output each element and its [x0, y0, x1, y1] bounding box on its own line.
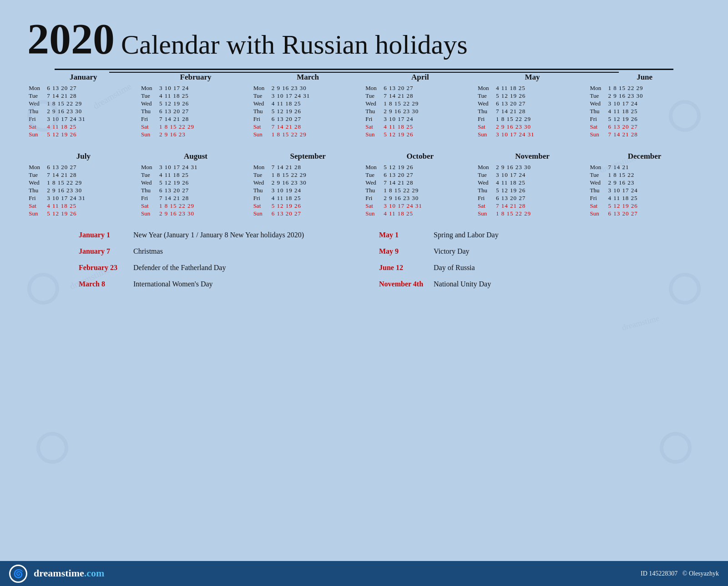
- month-row: Wed7 14 21 28: [365, 179, 475, 186]
- month-row: Fri4 11 18 25: [590, 195, 699, 202]
- day-nums: 6 13 20 27: [384, 85, 475, 92]
- day-nums: 7 14 21 28: [159, 195, 250, 202]
- month-row: Tue7 14 21 28: [29, 171, 138, 179]
- day-label: Fri: [365, 115, 384, 123]
- day-label: Thu: [365, 108, 384, 115]
- holiday-row: May 9Victory Day: [379, 247, 649, 255]
- day-label: Sat: [141, 202, 159, 210]
- day-label: Fri: [590, 195, 608, 202]
- month-row: Thu4 11 18 25: [590, 108, 699, 115]
- spiral5: [36, 432, 68, 464]
- day-label: Wed: [478, 179, 496, 186]
- day-label: Wed: [141, 179, 159, 186]
- day-label: Mon: [478, 164, 496, 171]
- day-nums: 7 14 21 28: [384, 179, 475, 186]
- day-nums: 1 8 15 22 29: [384, 100, 475, 107]
- day-label: Thu: [29, 108, 47, 115]
- day-label: Wed: [29, 100, 47, 107]
- day-nums: 4 11 18 25: [384, 123, 475, 130]
- holiday-date: March 8: [79, 280, 133, 288]
- day-label: Sat: [478, 202, 496, 210]
- month-title-september: September: [253, 152, 363, 161]
- holiday-row: May 1Spring and Labor Day: [379, 231, 649, 239]
- day-nums: 5 12 19 26: [608, 202, 699, 210]
- day-label: Mon: [590, 85, 608, 92]
- month-row: Mon6 13 20 27: [29, 164, 138, 171]
- month-row: Sat4 11 18 25: [29, 123, 138, 130]
- holiday-date: May 9: [379, 247, 434, 255]
- day-nums: 2 9 16 23 30: [496, 164, 587, 171]
- holiday-name: Day of Russia: [434, 264, 475, 272]
- month-block-december: DecemberMon7 14 21Tue1 8 15 22Wed2 9 16 …: [590, 152, 699, 217]
- month-row: Mon1 8 15 22 29: [590, 85, 699, 92]
- month-row: Sat1 8 15 22 29: [141, 123, 250, 130]
- day-nums: 7 14 21 28: [159, 115, 250, 123]
- day-nums: 7 14 21 28: [47, 92, 138, 100]
- day-nums: 5 12 19 26: [272, 202, 363, 210]
- holiday-date: May 1: [379, 231, 434, 239]
- day-label: Wed: [365, 179, 384, 186]
- month-block-february: FebruaryMon3 10 17 24Tue4 11 18 25Wed5 1…: [141, 73, 250, 138]
- month-row: Sat4 11 18 25: [365, 123, 475, 130]
- holiday-date: November 4th: [379, 280, 434, 288]
- month-title-august: August: [141, 152, 250, 161]
- day-nums: 2 9 16 23 30: [159, 210, 250, 217]
- day-nums: 6 13 20 27: [47, 164, 138, 171]
- day-nums: 2 9 16 23 30: [47, 108, 138, 115]
- title-subtitle: Calendar with Russian holidays: [121, 30, 468, 60]
- month-row: Fri5 12 19 26: [590, 115, 699, 123]
- month-row: Sat2 9 16 23 30: [478, 123, 587, 130]
- month-row: Fri1 8 15 22 29: [478, 115, 587, 123]
- day-label: Thu: [365, 187, 384, 194]
- day-label: Thu: [478, 187, 496, 194]
- month-row: Fri3 10 17 24 31: [29, 115, 138, 123]
- calendar-row-2: JulyMon6 13 20 27Tue7 14 21 28Wed1 8 15 …: [27, 152, 701, 217]
- day-label: Sat: [141, 123, 159, 130]
- day-nums: 1 8 15 22 29: [272, 171, 363, 179]
- month-row: Mon6 13 20 27: [29, 85, 138, 92]
- month-row: Sat5 12 19 26: [590, 202, 699, 210]
- month-block-november: NovemberMon2 9 16 23 30Tue3 10 17 24Wed4…: [478, 152, 587, 217]
- month-row: Fri3 10 17 24 31: [29, 195, 138, 202]
- month-row: Fri6 13 20 27: [478, 195, 587, 202]
- footer: 🌀 dreamstime.com ID 145228307 © Olesyazh…: [0, 561, 728, 586]
- holiday-name: International Women's Day: [133, 280, 213, 288]
- spiral6: [660, 432, 692, 464]
- holiday-row: June 12Day of Russia: [379, 264, 649, 272]
- day-nums: 6 13 20 27: [159, 108, 250, 115]
- holiday-date: February 23: [79, 264, 133, 272]
- day-nums: 5 12 19 26: [159, 179, 250, 186]
- day-label: Fri: [478, 115, 496, 123]
- month-row: Mon5 12 19 26: [365, 164, 475, 171]
- month-row: Sat3 10 17 24 31: [365, 202, 475, 210]
- day-nums: 5 12 19 26: [496, 92, 587, 100]
- title-underline1: [55, 69, 673, 70]
- day-label: Thu: [29, 187, 47, 194]
- holiday-name: Victory Day: [434, 247, 470, 255]
- day-label: Wed: [365, 100, 384, 107]
- day-nums: 5 12 19 26: [608, 115, 699, 123]
- day-label: Sun: [253, 131, 272, 138]
- day-nums: 1 8 15 22 29: [496, 115, 587, 123]
- day-nums: 6 13 20 27: [608, 123, 699, 130]
- day-label: Mon: [365, 164, 384, 171]
- holiday-name: National Unity Day: [434, 280, 491, 288]
- day-nums: 3 10 17 24: [608, 100, 699, 107]
- month-row: Mon2 9 16 23 30: [478, 164, 587, 171]
- day-label: Sun: [365, 131, 384, 138]
- month-title-october: October: [365, 152, 475, 161]
- day-nums: 7 14 21 28: [608, 131, 699, 138]
- day-label: Sun: [29, 210, 47, 217]
- day-nums: 4 11 18 25: [159, 92, 250, 100]
- month-block-january: JanuaryMon6 13 20 27Tue7 14 21 28Wed1 8 …: [29, 73, 138, 138]
- day-nums: 4 11 18 25: [272, 100, 363, 107]
- month-title-may: May: [478, 73, 587, 82]
- month-row: Tue3 10 17 24 31: [253, 92, 363, 100]
- month-row: Tue3 10 17 24: [478, 171, 587, 179]
- day-label: Sat: [29, 123, 47, 130]
- day-label: Thu: [253, 108, 272, 115]
- month-row: Sun7 14 21 28: [590, 131, 699, 138]
- day-label: Thu: [590, 187, 608, 194]
- day-label: Fri: [29, 195, 47, 202]
- day-nums: 4 11 18 25: [608, 195, 699, 202]
